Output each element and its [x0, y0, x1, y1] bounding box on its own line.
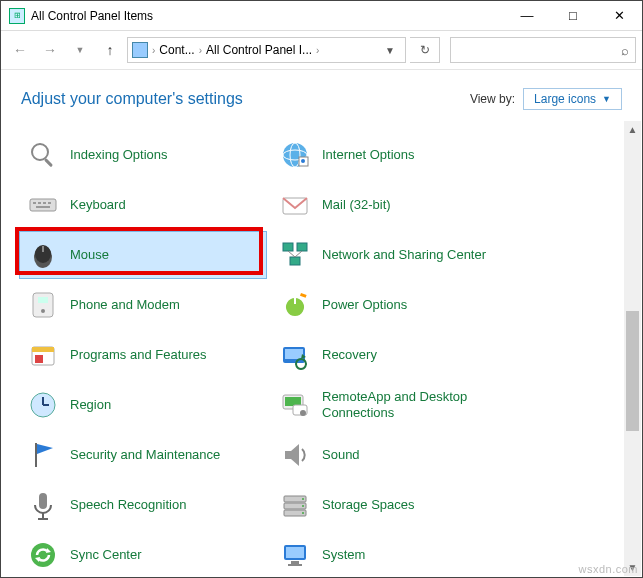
control-panel-item[interactable]: RemoteApp and Desktop Connections	[271, 381, 519, 429]
item-label: Storage Spaces	[322, 497, 415, 513]
item-label: Mouse	[70, 247, 109, 263]
page-heading: Adjust your computer's settings	[21, 90, 243, 108]
titlebar: ⊞ All Control Panel Items — □ ✕	[1, 1, 642, 31]
system-icon	[278, 538, 312, 572]
control-panel-item[interactable]: Phone and Modem	[19, 281, 267, 329]
up-button[interactable]: ↑	[97, 37, 123, 63]
storage-icon	[278, 488, 312, 522]
refresh-button[interactable]: ↻	[410, 37, 440, 63]
item-label: Network and Sharing Center	[322, 247, 486, 263]
view-by-label: View by:	[470, 92, 515, 106]
sync-icon	[26, 538, 60, 572]
search-input[interactable]: ⌕	[450, 37, 636, 63]
item-label: Sync Center	[70, 547, 142, 563]
chevron-right-icon: ›	[316, 45, 319, 56]
close-button[interactable]: ✕	[596, 1, 642, 31]
item-label: System	[322, 547, 365, 563]
control-panel-item[interactable]: Power Options	[271, 281, 519, 329]
control-panel-item[interactable]: System	[271, 531, 519, 577]
item-label: Programs and Features	[70, 347, 207, 363]
flag-icon	[26, 438, 60, 472]
control-panel-item[interactable]: Region	[19, 381, 267, 429]
chevron-right-icon: ›	[199, 45, 202, 56]
address-bar[interactable]: › Cont... › All Control Panel I... › ▼	[127, 37, 406, 63]
recent-locations-dropdown[interactable]: ▼	[67, 37, 93, 63]
search-icon: ⌕	[621, 43, 629, 58]
control-panel-item[interactable]: Mouse	[19, 231, 267, 279]
control-panel-item[interactable]: Indexing Options	[19, 131, 267, 179]
recovery-icon	[278, 338, 312, 372]
item-label: Security and Maintenance	[70, 447, 220, 463]
nav-toolbar: ← → ▼ ↑ › Cont... › All Control Panel I.…	[1, 31, 642, 69]
control-panel-path-icon	[132, 42, 148, 58]
item-label: RemoteApp and Desktop Connections	[322, 389, 512, 420]
control-panel-item[interactable]: Keyboard	[19, 181, 267, 229]
item-label: Power Options	[322, 297, 407, 313]
control-panel-item[interactable]: Storage Spaces	[271, 481, 519, 529]
window-title: All Control Panel Items	[31, 9, 153, 23]
maximize-button[interactable]: □	[550, 1, 596, 31]
scroll-thumb[interactable]	[626, 311, 639, 431]
scroll-up-button[interactable]: ▲	[624, 121, 641, 138]
control-panel-item[interactable]: Recovery	[271, 331, 519, 379]
network-icon	[278, 238, 312, 272]
item-label: Indexing Options	[70, 147, 168, 163]
control-panel-item[interactable]: Mail (32-bit)	[271, 181, 519, 229]
watermark: wsxdn.com	[578, 563, 638, 575]
view-by-value: Large icons	[534, 92, 596, 106]
control-panel-item[interactable]: Speech Recognition	[19, 481, 267, 529]
control-panel-item[interactable]: Internet Options	[271, 131, 519, 179]
programs-icon	[26, 338, 60, 372]
view-by-dropdown[interactable]: Large icons ▼	[523, 88, 622, 110]
item-label: Keyboard	[70, 197, 126, 213]
address-dropdown-icon[interactable]: ▼	[379, 45, 401, 56]
power-icon	[278, 288, 312, 322]
items-area: Indexing OptionsInternet OptionsKeyboard…	[1, 121, 624, 577]
content-header: Adjust your computer's settings View by:…	[1, 70, 642, 122]
control-panel-icon: ⊞	[9, 8, 25, 24]
mic-icon	[26, 488, 60, 522]
control-panel-item[interactable]: Programs and Features	[19, 331, 267, 379]
control-panel-item[interactable]: Security and Maintenance	[19, 431, 267, 479]
item-label: Region	[70, 397, 111, 413]
breadcrumb-segment[interactable]: All Control Panel I...	[206, 43, 312, 57]
sound-icon	[278, 438, 312, 472]
magnifier-icon	[26, 138, 60, 172]
minimize-button[interactable]: —	[504, 1, 550, 31]
item-label: Mail (32-bit)	[322, 197, 391, 213]
item-label: Speech Recognition	[70, 497, 186, 513]
back-button[interactable]: ←	[7, 37, 33, 63]
control-panel-item[interactable]: Sync Center	[19, 531, 267, 577]
keyboard-icon	[26, 188, 60, 222]
chevron-right-icon: ›	[152, 45, 155, 56]
clock-icon	[26, 388, 60, 422]
remote-icon	[278, 388, 312, 422]
globe-icon	[278, 138, 312, 172]
item-label: Recovery	[322, 347, 377, 363]
item-label: Phone and Modem	[70, 297, 180, 313]
breadcrumb-segment[interactable]: Cont...	[159, 43, 194, 57]
chevron-down-icon: ▼	[602, 94, 611, 104]
vertical-scrollbar[interactable]: ▲ ▼	[624, 121, 641, 576]
mail-icon	[278, 188, 312, 222]
item-label: Sound	[322, 447, 360, 463]
control-panel-item[interactable]: Network and Sharing Center	[271, 231, 519, 279]
item-label: Internet Options	[322, 147, 415, 163]
forward-button[interactable]: →	[37, 37, 63, 63]
mouse-icon	[26, 238, 60, 272]
control-panel-item[interactable]: Sound	[271, 431, 519, 479]
phone-icon	[26, 288, 60, 322]
